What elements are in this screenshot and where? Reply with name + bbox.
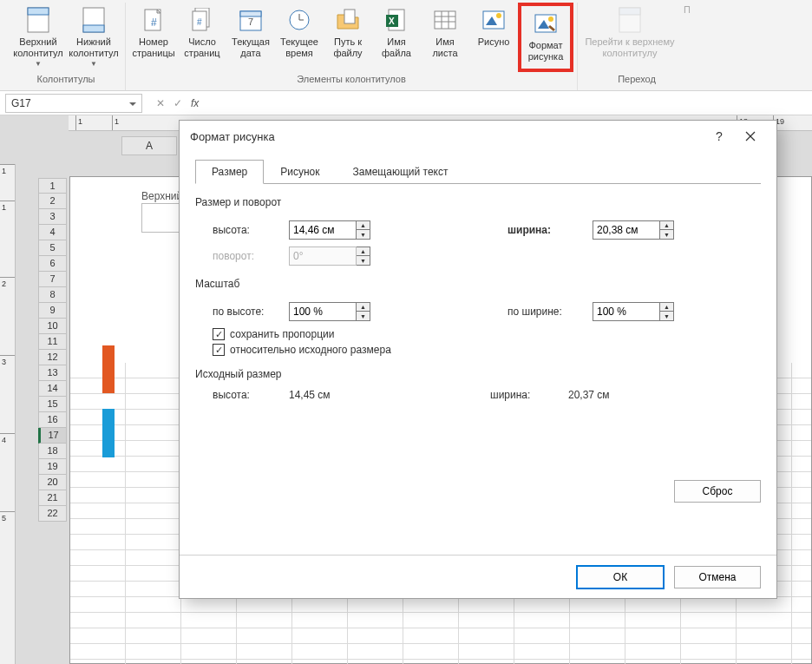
footer-label: Нижний колонтитул bbox=[68, 36, 120, 59]
blue-cells bbox=[102, 409, 115, 457]
ruler-marker: 1 bbox=[0, 201, 15, 237]
ruler-marker: 4 bbox=[0, 433, 15, 470]
ribbon: Верхний колонтитул ▼ Нижний колонтитул ▼… bbox=[0, 0, 812, 91]
row-header[interactable]: 18 bbox=[38, 444, 67, 459]
footer-icon bbox=[80, 6, 108, 34]
row-header[interactable]: 3 bbox=[38, 209, 67, 225]
tab-alttext[interactable]: Замещающий текст bbox=[337, 160, 465, 184]
spin-up-icon[interactable]: ▲ bbox=[357, 221, 370, 230]
row-header[interactable]: 13 bbox=[38, 365, 67, 381]
sheetname-label: Имя листа bbox=[422, 36, 468, 59]
help-button[interactable]: ? bbox=[704, 121, 735, 152]
spin-up-icon[interactable]: ▲ bbox=[660, 303, 673, 312]
goto-header-button: Перейти к верхнему колонтитулу bbox=[581, 3, 678, 72]
row-header[interactable]: 6 bbox=[38, 256, 67, 272]
cancel-button[interactable]: Отмена bbox=[674, 566, 761, 588]
filepath-label: Путь к файлу bbox=[325, 36, 370, 59]
height-input[interactable] bbox=[289, 220, 357, 240]
row-header[interactable]: 9 bbox=[38, 303, 67, 319]
row-header[interactable]: 4 bbox=[38, 225, 67, 240]
orig-height-label: высота: bbox=[213, 389, 289, 401]
ok-button[interactable]: ОК bbox=[577, 566, 664, 588]
orange-cells bbox=[102, 345, 115, 393]
ribbon-group-headerfooter: Верхний колонтитул ▼ Нижний колонтитул ▼… bbox=[7, 3, 126, 90]
spin-up-icon[interactable]: ▲ bbox=[660, 221, 673, 230]
sheet-icon bbox=[431, 6, 459, 34]
ruler-marker: 2 bbox=[0, 277, 15, 313]
svg-rect-19 bbox=[435, 11, 455, 29]
col-header-a[interactable]: A bbox=[121, 136, 177, 155]
footer-button[interactable]: Нижний колонтитул ▼ bbox=[66, 3, 121, 72]
row-header[interactable]: 11 bbox=[38, 334, 67, 350]
scale-width-input[interactable] bbox=[593, 302, 660, 321]
row-header[interactable]: 5 bbox=[38, 240, 67, 256]
relative-original-checkbox[interactable]: ✓ bbox=[213, 344, 225, 356]
format-picture-button[interactable]: Формат рисунка bbox=[518, 3, 573, 72]
spin-down-icon[interactable]: ▼ bbox=[357, 230, 370, 239]
date-button[interactable]: 7 Текущая дата bbox=[226, 3, 275, 72]
row-header[interactable]: 12 bbox=[38, 350, 67, 365]
row-header[interactable]: 8 bbox=[38, 287, 67, 303]
row-header[interactable]: 1 bbox=[38, 178, 67, 194]
picture-button[interactable]: Рисуно bbox=[469, 3, 518, 72]
row-header[interactable]: 2 bbox=[38, 194, 67, 209]
cancel-icon[interactable]: ✕ bbox=[156, 97, 165, 109]
spin-down-icon[interactable]: ▼ bbox=[357, 312, 370, 320]
svg-text:#: # bbox=[197, 17, 202, 27]
row-header[interactable]: 16 bbox=[38, 412, 67, 428]
row-header[interactable]: 21 bbox=[38, 490, 67, 506]
enter-icon[interactable]: ✓ bbox=[174, 97, 182, 109]
scale-height-spinbox[interactable]: ▲▼ bbox=[289, 302, 370, 321]
tab-size[interactable]: Размер bbox=[195, 160, 264, 184]
relative-original-label: относительно исходного размера bbox=[230, 344, 391, 356]
row-header[interactable]: 15 bbox=[38, 397, 67, 412]
filepath-button[interactable]: Путь к файлу bbox=[324, 3, 372, 72]
row-header[interactable]: 19 bbox=[38, 459, 67, 475]
pagecount-button[interactable]: # Число страниц bbox=[178, 3, 226, 72]
row-header[interactable]: 22 bbox=[38, 506, 67, 522]
chevron-down-icon: ▼ bbox=[35, 60, 42, 69]
rotation-label: поворот: bbox=[213, 250, 289, 262]
time-button[interactable]: Текущее время bbox=[275, 3, 324, 72]
format-picture-label: Формат рисунка bbox=[523, 40, 568, 62]
lock-aspect-label: сохранить пропорции bbox=[230, 328, 334, 340]
filename-button[interactable]: X Имя файла bbox=[372, 3, 421, 72]
scale-width-spinbox[interactable]: ▲▼ bbox=[593, 302, 674, 321]
row-header[interactable]: 14 bbox=[38, 381, 67, 397]
svg-point-29 bbox=[548, 16, 553, 22]
scale-height-label: по высоте: bbox=[213, 306, 289, 318]
header-icon bbox=[24, 6, 52, 34]
name-box[interactable]: G17 bbox=[5, 94, 142, 113]
time-label: Текущее время bbox=[277, 36, 322, 59]
dialog-titlebar: Формат рисунка ? bbox=[180, 121, 776, 152]
header-button[interactable]: Верхний колонтитул ▼ bbox=[10, 3, 66, 72]
sheetname-button[interactable]: Имя листа bbox=[421, 3, 469, 72]
column-headers: A bbox=[121, 136, 177, 155]
pagenum-label: Номер страницы bbox=[131, 36, 176, 59]
height-spinbox[interactable]: ▲▼ bbox=[289, 220, 370, 240]
row-header[interactable]: 10 bbox=[38, 319, 67, 334]
rotation-spinbox: ▲▼ bbox=[289, 247, 370, 266]
folder-icon bbox=[334, 6, 362, 34]
chevron-down-icon: ▼ bbox=[90, 60, 97, 69]
width-spinbox[interactable]: ▲▼ bbox=[593, 220, 674, 240]
row-header[interactable]: 17 bbox=[38, 428, 67, 444]
reset-button[interactable]: Сброс bbox=[674, 480, 761, 503]
fx-icon[interactable]: fx bbox=[191, 97, 199, 109]
orig-height-value: 14,45 см bbox=[289, 389, 490, 401]
lock-aspect-checkbox[interactable]: ✓ bbox=[213, 328, 225, 340]
pagenum-button[interactable]: # Номер страницы bbox=[129, 3, 178, 72]
width-input[interactable] bbox=[593, 220, 660, 240]
goto-header-label: Перейти к верхнему колонтитулу bbox=[583, 36, 677, 59]
name-box-value: G17 bbox=[11, 97, 31, 109]
svg-point-26 bbox=[496, 13, 501, 18]
header-label: Верхний колонтитул bbox=[12, 36, 64, 59]
row-header[interactable]: 7 bbox=[38, 272, 67, 287]
spin-down-icon[interactable]: ▼ bbox=[660, 230, 673, 239]
scale-height-input[interactable] bbox=[289, 302, 357, 321]
spin-up-icon[interactable]: ▲ bbox=[357, 303, 370, 312]
tab-picture[interactable]: Рисунок bbox=[264, 160, 336, 184]
close-button[interactable] bbox=[735, 121, 766, 152]
row-header[interactable]: 20 bbox=[38, 475, 67, 490]
spin-down-icon[interactable]: ▼ bbox=[660, 312, 673, 320]
